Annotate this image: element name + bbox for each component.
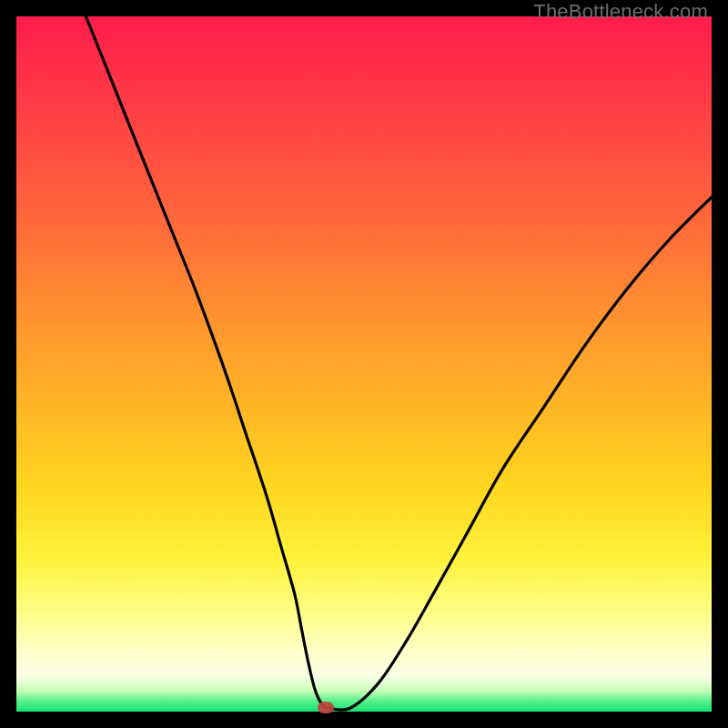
curve-path	[86, 16, 712, 710]
plot-area	[16, 16, 712, 712]
bottleneck-curve	[16, 16, 712, 712]
chart-frame: TheBottleneck.com	[0, 0, 728, 728]
optimal-marker	[318, 702, 334, 713]
watermark-label: TheBottleneck.com	[533, 0, 708, 24]
